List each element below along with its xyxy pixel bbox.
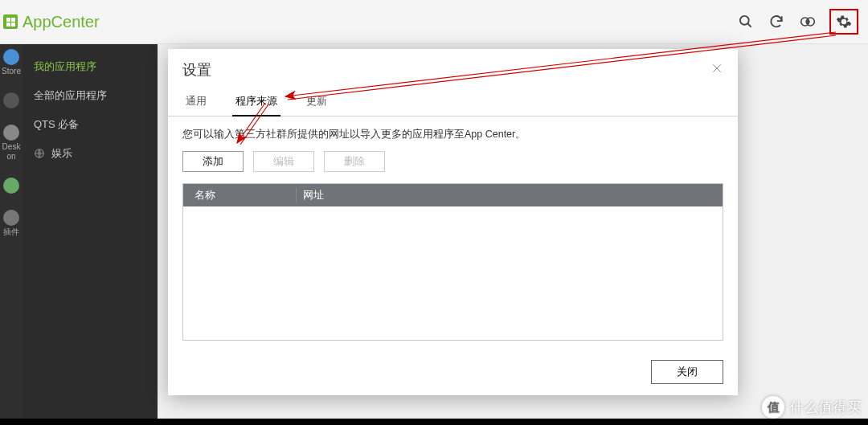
topbar: AppCenter [0, 0, 868, 44]
repo-table: 名称 网址 [182, 183, 723, 341]
edit-button[interactable]: 编辑 [253, 151, 314, 172]
sidebar-item-entertainment[interactable]: 娱乐 [23, 139, 158, 168]
sidebar-item-my-apps[interactable]: 我的应用程序 [23, 52, 158, 81]
rail-item-store[interactable]: Store [0, 49, 23, 76]
close-button[interactable]: 关闭 [651, 360, 723, 384]
refresh-icon[interactable] [768, 14, 784, 30]
sidebar: 我的应用程序 全部的应用程序 QTS 必备 娱乐 [23, 44, 158, 419]
mini-rail: Store Desk on 插件 [0, 44, 23, 419]
delete-button[interactable]: 删除 [324, 151, 385, 172]
globe-icon [34, 148, 45, 159]
app-title: AppCenter [23, 13, 100, 31]
svg-line-1 [748, 24, 751, 27]
settings-modal: 设置 通用 程序来源 更新 您可以输入第三方社群所提供的网址以导入更多的应用程序… [168, 49, 738, 395]
watermark: 值 什么值得买 [762, 396, 862, 419]
add-button[interactable]: 添加 [182, 151, 244, 172]
modal-tabs: 通用 程序来源 更新 [168, 89, 738, 116]
svg-point-0 [740, 16, 749, 25]
sidebar-item-label: 全部的应用程序 [34, 88, 107, 103]
rail-item-desk[interactable]: Desk on [0, 125, 23, 161]
search-icon[interactable] [738, 14, 754, 30]
bottom-stripe [0, 419, 868, 425]
close-icon[interactable] [710, 62, 723, 78]
sidebar-item-all-apps[interactable]: 全部的应用程序 [23, 81, 158, 110]
sidebar-item-label: QTS 必备 [34, 117, 79, 132]
gear-icon[interactable] [829, 9, 858, 35]
modal-description: 您可以输入第三方社群所提供的网址以导入更多的应用程序至App Center。 [182, 128, 723, 141]
table-body-empty [183, 206, 723, 340]
rail-item-plugins[interactable]: 插件 [0, 210, 23, 237]
sidebar-item-label: 我的应用程序 [34, 59, 96, 74]
rail-item-3[interactable] [0, 178, 23, 194]
table-header-url: 网址 [296, 188, 723, 202]
install-manually-icon[interactable] [799, 14, 817, 30]
sidebar-item-label: 娱乐 [51, 146, 72, 161]
modal-title: 设置 [182, 60, 710, 80]
tab-app-repository[interactable]: 程序来源 [232, 89, 280, 116]
sidebar-item-qts-essentials[interactable]: QTS 必备 [23, 110, 158, 139]
rail-item-1[interactable] [0, 92, 23, 108]
tab-update[interactable]: 更新 [303, 89, 330, 116]
watermark-text: 什么值得买 [789, 398, 862, 417]
tab-general[interactable]: 通用 [182, 89, 210, 116]
app-logo [3, 14, 18, 29]
watermark-badge: 值 [762, 396, 784, 419]
table-header-name: 名称 [183, 188, 296, 202]
